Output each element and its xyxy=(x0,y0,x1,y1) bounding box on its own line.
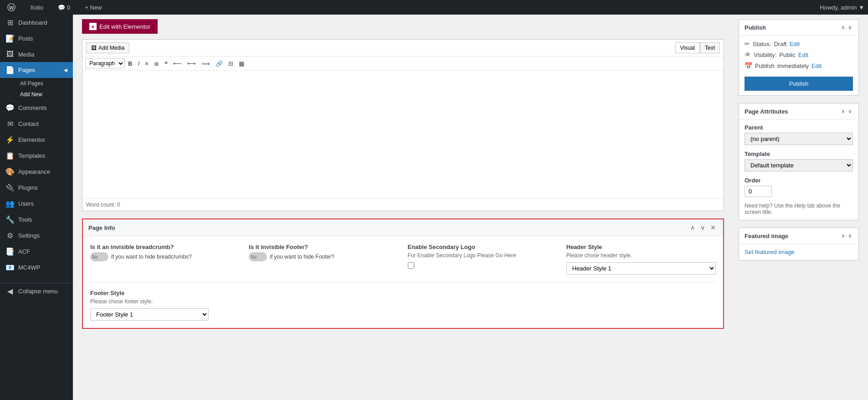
parent-label: Parent xyxy=(745,124,853,131)
sidebar-item-tools[interactable]: 🔧 Tools xyxy=(0,212,73,228)
sidebar-label-mc4wp: MC4WP xyxy=(18,264,40,271)
publish-box-collapse-up[interactable]: ∧ xyxy=(840,23,846,31)
elementor-btn-label: Edit with Elementor xyxy=(99,23,150,30)
publish-button[interactable]: Publish xyxy=(745,77,853,91)
editor-format-bar: Paragraph B I ≡ ≣ ❝ ⟵ ⟷ ⟹ 🔗 ⊟ ▦ xyxy=(82,57,724,71)
paragraph-select[interactable]: Paragraph xyxy=(85,58,125,68)
pages-arrow: ◀ xyxy=(64,68,67,73)
status-label: Status: xyxy=(753,41,771,47)
users-icon: 👥 xyxy=(5,199,15,208)
footer-toggle[interactable]: No xyxy=(249,252,267,261)
more-button[interactable]: ⊟ xyxy=(226,59,236,68)
submenu-add-new[interactable]: Add New xyxy=(15,89,73,100)
publish-time-label: Publish xyxy=(755,62,775,69)
unordered-list-button[interactable]: ≡ xyxy=(143,59,151,68)
align-right-button[interactable]: ⟹ xyxy=(199,59,212,68)
page-info-collapse-down[interactable]: ∨ xyxy=(699,223,707,232)
collapse-icon: ◀ xyxy=(5,287,15,296)
comment-count: 0 xyxy=(67,4,70,11)
add-media-button[interactable]: 🖼 Add Media xyxy=(86,42,129,53)
page-info-body: Is it an invisible breadcrumb? No if you… xyxy=(83,236,723,328)
sidebar-label-pages: Pages xyxy=(18,67,35,73)
order-label: Order xyxy=(745,177,853,184)
publish-box-collapse-down[interactable]: ∨ xyxy=(847,23,853,31)
adminbar-wp-logo[interactable]: W xyxy=(4,0,19,15)
status-edit-link[interactable]: Edit xyxy=(790,41,800,47)
footer-toggle-desc: if you want to hide Footer? xyxy=(270,254,334,260)
sidebar-item-users[interactable]: 👥 Users xyxy=(0,196,73,212)
italic-button[interactable]: I xyxy=(135,59,142,68)
sidebar-item-media[interactable]: 🖼 Media xyxy=(0,47,73,62)
featured-image-box: Featured image ∧ ∨ Set featured image xyxy=(739,228,859,260)
page-attributes-box: Page Attributes ∧ ∨ Parent (no parent) xyxy=(739,103,859,220)
publish-box: Publish ∧ ∨ ✏ Status: Draft Edit xyxy=(739,19,859,96)
page-info-close[interactable]: ✕ xyxy=(709,223,718,232)
sidebar-collapse[interactable]: ◀ Collapse menu xyxy=(0,283,73,299)
sidebar-item-acf[interactable]: 📑 ACF xyxy=(0,244,73,260)
admin-bar: W Xolio 💬 0 + New Howdy, admin ▼ xyxy=(0,0,868,15)
visual-tab[interactable]: Visual xyxy=(675,42,700,53)
align-left-button[interactable]: ⟵ xyxy=(171,59,184,68)
text-tab[interactable]: Text xyxy=(700,42,720,53)
submenu-all-pages[interactable]: All Pages xyxy=(15,78,73,89)
settings-icon: ⚙ xyxy=(5,231,15,240)
sidebar-label-elementor: Elementor xyxy=(18,136,45,143)
page-info-collapse-up[interactable]: ∧ xyxy=(688,223,697,232)
visibility-edit-link[interactable]: Edit xyxy=(798,52,808,58)
sidebar-label-templates: Templates xyxy=(18,152,45,159)
edit-with-elementor-button[interactable]: e Edit with Elementor xyxy=(82,19,158,34)
breadcrumb-toggle[interactable]: No xyxy=(90,252,108,261)
align-center-button[interactable]: ⟷ xyxy=(185,59,198,68)
sidebar-item-comments[interactable]: 💬 Comments xyxy=(0,100,73,116)
postbox-container: Publish ∧ ∨ ✏ Status: Draft Edit xyxy=(731,19,859,268)
page-info-controls: ∧ ∨ ✕ xyxy=(688,223,718,232)
bold-button[interactable]: B xyxy=(126,59,134,68)
sidebar-item-settings[interactable]: ⚙ Settings xyxy=(0,228,73,244)
editor-container: 🖼 Add Media Visual Text xyxy=(82,39,724,211)
sidebar-label-comments: Comments xyxy=(18,104,47,111)
blockquote-button[interactable]: ❝ xyxy=(162,59,170,68)
sidebar-item-dashboard[interactable]: ⊞ Dashboard xyxy=(0,15,73,31)
adminbar-comments[interactable]: 💬 0 xyxy=(54,0,74,15)
table-button[interactable]: ▦ xyxy=(236,59,247,68)
page-attrs-collapse-up[interactable]: ∧ xyxy=(840,107,846,115)
featured-image-collapse-down[interactable]: ∨ xyxy=(847,232,853,240)
link-button[interactable]: 🔗 xyxy=(213,59,225,68)
header-style-field: Header Style Please chose header style. … xyxy=(566,244,716,275)
sidebar-item-elementor[interactable]: ⚡ Elementor xyxy=(0,132,73,148)
sidebar-label-users: Users xyxy=(18,200,34,207)
footer-style-select[interactable]: Footer Style 1 Footer Style 2 Footer Sty… xyxy=(90,308,209,321)
secondary-logo-checkbox[interactable] xyxy=(408,262,414,269)
svg-text:W: W xyxy=(9,5,14,10)
publish-box-toggle: ∧ ∨ xyxy=(840,23,853,31)
adminbar-site-name[interactable]: Xolio xyxy=(26,0,47,15)
editor-content-area[interactable] xyxy=(82,71,724,198)
sidebar-item-mc4wp[interactable]: 📧 MC4WP xyxy=(0,260,73,275)
parent-select[interactable]: (no parent) xyxy=(745,133,853,145)
sidebar-label-posts: Posts xyxy=(18,35,33,42)
sidebar-item-posts[interactable]: 📝 Posts xyxy=(0,31,73,47)
sidebar-item-pages[interactable]: 📄 Pages ◀ xyxy=(0,62,73,78)
media-icon: 🖼 xyxy=(5,50,15,58)
publish-time-edit-link[interactable]: Edit xyxy=(812,62,822,69)
sidebar-item-contact[interactable]: ✉ Contact xyxy=(0,116,73,132)
sidebar-item-appearance[interactable]: 🎨 Appearance xyxy=(0,164,73,180)
page-attrs-collapse-down[interactable]: ∨ xyxy=(847,107,853,115)
template-select[interactable]: Default template xyxy=(745,159,853,171)
header-style-select[interactable]: Header Style 1 Header Style 2 Header Sty… xyxy=(566,262,716,275)
adminbar-new[interactable]: + New xyxy=(81,0,105,15)
word-count: Word count: 0 xyxy=(82,198,724,211)
main-content: e Edit with Elementor 🖼 Add Media Visual xyxy=(73,15,868,400)
featured-image-collapse-up[interactable]: ∧ xyxy=(840,232,846,240)
order-input[interactable]: 0 xyxy=(745,186,772,197)
elementor-icon: ⚡ xyxy=(5,135,15,144)
publish-box-body: ✏ Status: Draft Edit 👁 Visibility: Publi… xyxy=(739,36,858,95)
visual-text-tabs: Visual Text xyxy=(675,42,720,53)
comment-icon: 💬 xyxy=(58,4,65,11)
publish-status-row: ✏ Status: Draft Edit xyxy=(745,40,853,47)
sidebar-item-templates[interactable]: 📋 Templates xyxy=(0,148,73,164)
sidebar-item-plugins[interactable]: 🔌 Plugins xyxy=(0,180,73,196)
editor-area: e Edit with Elementor 🖼 Add Media Visual xyxy=(82,19,724,329)
set-featured-image-link[interactable]: Set featured image xyxy=(745,249,795,255)
ordered-list-button[interactable]: ≣ xyxy=(152,59,161,68)
